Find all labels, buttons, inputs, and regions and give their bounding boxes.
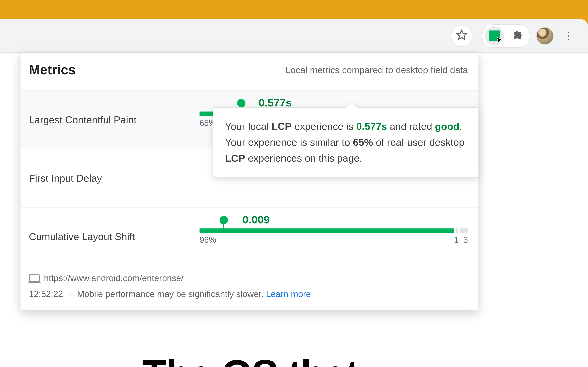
browser-menu-button[interactable]: ⋮	[560, 27, 577, 44]
metric-row-cls[interactable]: Cumulative Layout Shift 0.009	[20, 207, 478, 266]
metric-name-cls: Cumulative Layout Shift	[29, 231, 199, 242]
metric-name-lcp: Largest Contentful Paint	[29, 114, 199, 125]
metric-name-fid: First Input Delay	[29, 172, 199, 184]
metric-marker-cls	[219, 216, 228, 233]
web-vitals-extension-button[interactable]	[485, 26, 504, 45]
popup-footer: https://www.android.com/enterprise/ 12:5…	[20, 266, 478, 310]
footer-time: 12:52:22	[29, 289, 63, 299]
web-vitals-popup: Metrics Local metrics compared to deskto…	[20, 53, 478, 310]
popup-header: Metrics Local metrics compared to deskto…	[20, 53, 478, 90]
browser-toolbar: ⋮	[0, 19, 588, 53]
page-hero-text: The OS that	[142, 351, 358, 367]
metric-chart-cls: 0.009 96% 1 3	[199, 228, 468, 245]
cls-poor-pct: 3	[463, 235, 468, 245]
cls-good-pct: 96%	[199, 235, 463, 245]
separator-dot: ·	[69, 289, 71, 299]
learn-more-link[interactable]: Learn more	[266, 289, 311, 299]
footer-url-row: https://www.android.com/enterprise/	[29, 273, 469, 283]
popup-title: Metrics	[29, 62, 76, 78]
extensions-group	[482, 24, 530, 47]
metric-value-cls: 0.009	[242, 213, 270, 226]
metric-tooltip: Your local LCP experience is 0.577s and …	[213, 107, 479, 177]
profile-avatar[interactable]	[536, 27, 554, 44]
web-vitals-status-icon	[489, 30, 500, 41]
desktop-icon	[29, 274, 40, 282]
footer-note: Mobile performance may be significantly …	[77, 289, 264, 299]
browser-window: ⋮ Metrics Local metrics compared to desk…	[0, 19, 588, 367]
footer-note-row: 12:52:22 · Mobile performance may be sig…	[29, 289, 469, 299]
puzzle-icon	[512, 30, 523, 42]
more-vertical-icon: ⋮	[563, 30, 573, 42]
bookmark-button[interactable]	[451, 25, 473, 47]
extensions-button[interactable]	[508, 26, 527, 45]
star-icon	[456, 29, 467, 42]
footer-url: https://www.android.com/enterprise/	[44, 273, 184, 283]
cls-ni-pct: 1	[454, 235, 459, 245]
distribution-labels-cls: 96% 1 3	[199, 235, 468, 245]
distribution-bar-cls	[199, 228, 468, 233]
popup-subtitle: Local metrics compared to desktop field …	[285, 65, 468, 75]
